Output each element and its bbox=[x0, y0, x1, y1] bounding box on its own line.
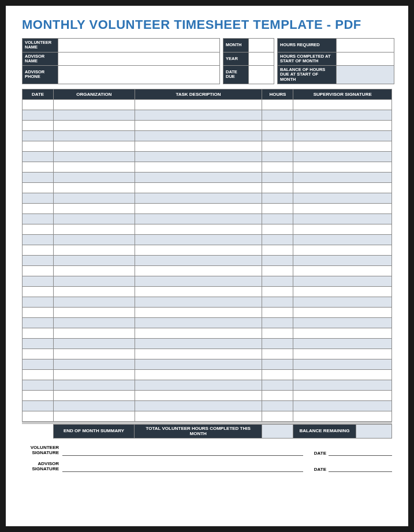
cell-date[interactable] bbox=[23, 99, 54, 110]
cell-hours[interactable] bbox=[262, 369, 293, 380]
cell-task[interactable] bbox=[135, 255, 262, 265]
cell-hours[interactable] bbox=[262, 380, 293, 390]
cell-hours[interactable] bbox=[262, 276, 293, 286]
advisor-name-field[interactable] bbox=[58, 52, 220, 66]
cell-signature[interactable] bbox=[293, 328, 392, 338]
cell-organization[interactable] bbox=[54, 162, 135, 172]
cell-organization[interactable] bbox=[54, 120, 135, 130]
cell-hours[interactable] bbox=[262, 255, 293, 265]
cell-task[interactable] bbox=[135, 286, 262, 297]
cell-date[interactable] bbox=[23, 297, 54, 307]
cell-hours[interactable] bbox=[262, 234, 293, 245]
cell-task[interactable] bbox=[135, 224, 262, 234]
cell-signature[interactable] bbox=[293, 265, 392, 276]
cell-hours[interactable] bbox=[262, 245, 293, 255]
volunteer-date-line[interactable] bbox=[329, 449, 392, 456]
cell-signature[interactable] bbox=[293, 286, 392, 297]
cell-hours[interactable] bbox=[262, 411, 293, 421]
cell-organization[interactable] bbox=[54, 151, 135, 162]
cell-organization[interactable] bbox=[54, 380, 135, 390]
cell-date[interactable] bbox=[23, 182, 54, 193]
cell-date[interactable] bbox=[23, 400, 54, 411]
volunteer-name-field[interactable] bbox=[58, 39, 220, 53]
cell-hours[interactable] bbox=[262, 120, 293, 130]
cell-organization[interactable] bbox=[54, 307, 135, 317]
cell-organization[interactable] bbox=[54, 338, 135, 349]
cell-date[interactable] bbox=[23, 411, 54, 421]
cell-organization[interactable] bbox=[54, 255, 135, 265]
cell-signature[interactable] bbox=[293, 338, 392, 349]
cell-date[interactable] bbox=[23, 172, 54, 182]
cell-organization[interactable] bbox=[54, 130, 135, 141]
cell-organization[interactable] bbox=[54, 99, 135, 110]
cell-signature[interactable] bbox=[293, 141, 392, 151]
cell-task[interactable] bbox=[135, 359, 262, 369]
cell-date[interactable] bbox=[23, 286, 54, 297]
cell-signature[interactable] bbox=[293, 380, 392, 390]
cell-hours[interactable] bbox=[262, 172, 293, 182]
cell-date[interactable] bbox=[23, 255, 54, 265]
cell-date[interactable] bbox=[23, 245, 54, 255]
cell-task[interactable] bbox=[135, 328, 262, 338]
cell-date[interactable] bbox=[23, 234, 54, 245]
volunteer-signature-line[interactable] bbox=[62, 449, 303, 456]
cell-hours[interactable] bbox=[262, 297, 293, 307]
cell-organization[interactable] bbox=[54, 317, 135, 328]
advisor-date-line[interactable] bbox=[329, 465, 392, 472]
cell-organization[interactable] bbox=[54, 141, 135, 151]
cell-signature[interactable] bbox=[293, 245, 392, 255]
total-hours-field[interactable] bbox=[262, 424, 293, 439]
cell-task[interactable] bbox=[135, 390, 262, 400]
cell-organization[interactable] bbox=[54, 411, 135, 421]
cell-task[interactable] bbox=[135, 380, 262, 390]
cell-signature[interactable] bbox=[293, 297, 392, 307]
cell-signature[interactable] bbox=[293, 255, 392, 265]
cell-date[interactable] bbox=[23, 151, 54, 162]
cell-date[interactable] bbox=[23, 141, 54, 151]
cell-organization[interactable] bbox=[54, 203, 135, 213]
cell-task[interactable] bbox=[135, 411, 262, 421]
cell-organization[interactable] bbox=[54, 286, 135, 297]
advisor-phone-field[interactable] bbox=[58, 66, 220, 84]
cell-hours[interactable] bbox=[262, 286, 293, 297]
cell-task[interactable] bbox=[135, 182, 262, 193]
advisor-signature-line[interactable] bbox=[62, 465, 303, 472]
cell-date[interactable] bbox=[23, 349, 54, 359]
cell-date[interactable] bbox=[23, 193, 54, 203]
cell-hours[interactable] bbox=[262, 328, 293, 338]
cell-hours[interactable] bbox=[262, 182, 293, 193]
cell-task[interactable] bbox=[135, 141, 262, 151]
cell-hours[interactable] bbox=[262, 203, 293, 213]
cell-task[interactable] bbox=[135, 110, 262, 120]
cell-task[interactable] bbox=[135, 307, 262, 317]
cell-organization[interactable] bbox=[54, 328, 135, 338]
cell-signature[interactable] bbox=[293, 182, 392, 193]
balance-due-field[interactable] bbox=[337, 66, 394, 84]
cell-hours[interactable] bbox=[262, 162, 293, 172]
cell-date[interactable] bbox=[23, 369, 54, 380]
cell-date[interactable] bbox=[23, 203, 54, 213]
cell-task[interactable] bbox=[135, 245, 262, 255]
cell-signature[interactable] bbox=[293, 193, 392, 203]
cell-signature[interactable] bbox=[293, 162, 392, 172]
month-field[interactable] bbox=[249, 39, 274, 53]
cell-signature[interactable] bbox=[293, 130, 392, 141]
cell-organization[interactable] bbox=[54, 400, 135, 411]
cell-task[interactable] bbox=[135, 276, 262, 286]
cell-hours[interactable] bbox=[262, 99, 293, 110]
cell-signature[interactable] bbox=[293, 224, 392, 234]
cell-signature[interactable] bbox=[293, 369, 392, 380]
cell-signature[interactable] bbox=[293, 110, 392, 120]
cell-organization[interactable] bbox=[54, 234, 135, 245]
cell-hours[interactable] bbox=[262, 213, 293, 224]
cell-hours[interactable] bbox=[262, 400, 293, 411]
cell-task[interactable] bbox=[135, 234, 262, 245]
date-due-field[interactable] bbox=[249, 66, 274, 84]
hours-required-field[interactable] bbox=[337, 39, 394, 53]
year-field[interactable] bbox=[249, 52, 274, 66]
cell-signature[interactable] bbox=[293, 276, 392, 286]
cell-organization[interactable] bbox=[54, 359, 135, 369]
cell-date[interactable] bbox=[23, 307, 54, 317]
cell-task[interactable] bbox=[135, 265, 262, 276]
cell-organization[interactable] bbox=[54, 213, 135, 224]
